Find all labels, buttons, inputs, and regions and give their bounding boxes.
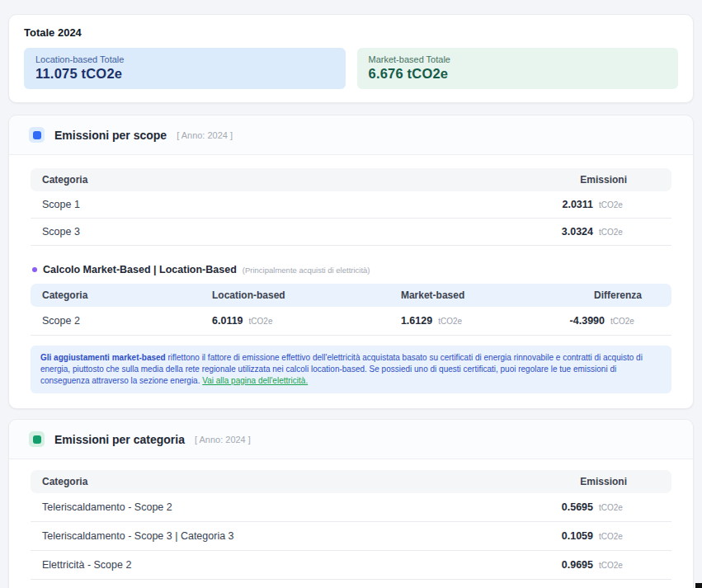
scope-table-header: Categoria Emissioni [31, 168, 671, 191]
blue-square-icon [29, 127, 45, 143]
row-emission: 0.1059 tCO2e [562, 530, 660, 542]
row-category: Scope 2 [42, 315, 212, 327]
market-based-cell: 1.6129 tCO2e [401, 315, 533, 327]
emission-value: 0.1059 [562, 530, 593, 542]
category-card-body: Categoria Emissioni Teleriscaldamento - … [9, 459, 693, 588]
market-unit: tCO2e [438, 317, 462, 326]
market-based-total-box: Market-based Totale 6.676 tCO2e [357, 48, 679, 89]
mb-col-location: Location-based [212, 289, 401, 301]
row-category: Scope 1 [42, 199, 80, 210]
totals-title: Totale 2024 [24, 26, 678, 39]
emission-unit: tCO2e [599, 561, 632, 570]
mb-col-differenza: Differenza [533, 289, 671, 301]
emission-value: 0.9695 [562, 559, 593, 571]
mb-col-market: Market-based [401, 289, 533, 301]
emission-unit: tCO2e [599, 200, 632, 209]
totals-card: Totale 2024 Location-based Totale 11.075… [8, 14, 694, 103]
category-table-header: Categoria Emissioni [31, 470, 671, 493]
table-row: Teleriscaldamento - Scope 3 | Categoria … [31, 522, 671, 551]
location-unit: tCO2e [249, 317, 273, 326]
scope-col-categoria: Categoria [42, 174, 87, 186]
emission-value: 0.5695 [562, 501, 593, 513]
table-row: Scope 3 3.0324 tCO2e [31, 219, 671, 246]
difference-value: -4.3990 [570, 315, 605, 327]
market-based-section-heading: Calcolo Market-Based | Location-Based (P… [32, 264, 671, 275]
emission-unit: tCO2e [599, 532, 632, 541]
location-based-total-label: Location-based Totale [35, 54, 334, 64]
scope-card-header: Emissioni per scope [ Anno: 2024 ] [9, 115, 693, 155]
row-emission: 0.5695 tCO2e [562, 501, 660, 513]
difference-cell: -4.3990 tCO2e [533, 315, 671, 327]
category-col-categoria: Categoria [42, 476, 87, 487]
market-value: 1.6129 [401, 315, 432, 327]
emission-unit: tCO2e [599, 503, 632, 512]
row-category: Elettricità - Scope 2 [42, 559, 131, 571]
location-based-total-value: 11.075 tCO2e [35, 66, 334, 82]
category-card-header: Emissioni per categoria [ Anno: 2024 ] [9, 420, 693, 459]
green-square-icon [29, 431, 45, 447]
category-emissions-card: Emissioni per categoria [ Anno: 2024 ] C… [8, 419, 694, 588]
row-category: Teleriscaldamento - Scope 2 [42, 501, 172, 513]
row-emission: 3.0324 tCO2e [562, 226, 660, 238]
category-card-title: Emissioni per categoria [54, 433, 185, 446]
market-based-section-title: Calcolo Market-Based | Location-Based [43, 264, 237, 275]
scope-emissions-card: Emissioni per scope [ Anno: 2024 ] Categ… [8, 115, 694, 409]
electricity-page-link[interactable]: Vai alla pagina dell'elettricità. [202, 376, 308, 385]
category-year-tag: [ Anno: 2024 ] [195, 435, 251, 445]
totals-row: Location-based Totale 11.075 tCO2e Marke… [24, 48, 678, 89]
table-row: Scope 2 6.0119 tCO2e 1.6129 tCO2e -4.399… [31, 307, 671, 336]
emission-unit: tCO2e [599, 228, 632, 237]
row-emission: 0.9695 tCO2e [562, 559, 660, 571]
location-value: 6.0119 [212, 315, 243, 327]
row-category: Scope 3 [42, 226, 80, 238]
market-based-table-header: Categoria Location-based Market-based Di… [31, 284, 671, 307]
row-emission: 2.0311 tCO2e [562, 199, 660, 210]
location-based-total-box: Location-based Totale 11.075 tCO2e [24, 48, 346, 89]
scope-card-body: Categoria Emissioni Scope 1 2.0311 tCO2e… [9, 155, 693, 408]
table-row: Elettricità - Scope 3 | Categoria 3 0.25… [31, 580, 671, 588]
location-based-cell: 6.0119 tCO2e [212, 315, 401, 327]
table-row: Teleriscaldamento - Scope 2 0.5695 tCO2e [31, 493, 671, 522]
table-row: Elettricità - Scope 2 0.9695 tCO2e [31, 551, 671, 580]
row-category: Teleriscaldamento - Scope 3 | Categoria … [42, 530, 234, 542]
market-based-note: Gli aggiustamenti market-based rifletton… [31, 346, 671, 393]
market-based-section-subtitle: (Principalmente acquisti di elettricità) [243, 266, 370, 275]
mb-col-categoria: Categoria [42, 289, 212, 301]
difference-unit: tCO2e [610, 317, 643, 326]
scope-card-title: Emissioni per scope [54, 129, 167, 142]
note-bold-lead: Gli aggiustamenti market-based [40, 353, 166, 362]
scope-col-emissioni: Emissioni [580, 174, 660, 186]
market-based-total-value: 6.676 tCO2e [369, 66, 667, 82]
screen-corner-artifact [695, 583, 702, 588]
emissions-dashboard: Totale 2024 Location-based Totale 11.075… [8, 14, 694, 588]
table-row: Scope 1 2.0311 tCO2e [31, 191, 671, 219]
market-based-total-label: Market-based Totale [369, 54, 667, 64]
emission-value: 3.0324 [562, 226, 593, 238]
emission-value: 2.0311 [562, 199, 593, 210]
purple-dot-icon [32, 267, 37, 272]
scope-year-tag: [ Anno: 2024 ] [177, 130, 233, 140]
category-col-emissioni: Emissioni [580, 476, 660, 487]
